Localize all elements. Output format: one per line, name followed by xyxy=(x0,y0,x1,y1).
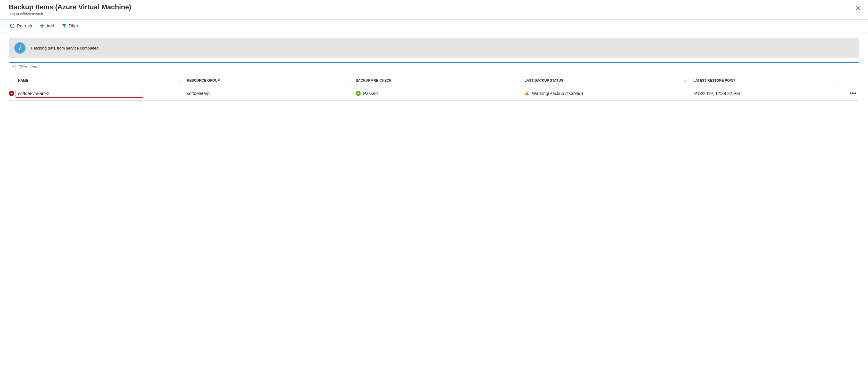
blade-header: Backup Items (Azure Virtual Machine) sog… xyxy=(0,0,868,20)
command-bar: Refresh Add Filter xyxy=(0,20,868,32)
sort-icon: ↑↓ xyxy=(684,79,686,82)
info-bar: i Fetching data from service completed. xyxy=(9,38,859,58)
backup-items-table: NAME ↑↓ RESOURCE GROUP ↑↓ BACKUP PRE-CHE… xyxy=(9,74,859,101)
search-icon xyxy=(12,65,17,69)
info-message: Fetching data from service completed. xyxy=(31,46,100,51)
filter-button[interactable]: Filter xyxy=(60,22,80,30)
svg-point-0 xyxy=(12,65,15,68)
warning-icon xyxy=(525,91,529,96)
sort-icon: ↑↓ xyxy=(177,79,179,82)
table-row[interactable]: softdel-vm-am-2 softdeleterg Passed Warn… xyxy=(9,86,859,101)
refresh-icon xyxy=(10,23,15,28)
column-last-backup-status[interactable]: LAST BACKUP STATUS ↑↓ xyxy=(525,79,693,82)
cell-status: Warning(Backup disabled) xyxy=(525,91,693,96)
close-button[interactable] xyxy=(854,4,862,12)
sort-icon: ↑↓ xyxy=(346,79,348,82)
check-icon xyxy=(356,91,361,96)
column-name[interactable]: NAME ↑↓ xyxy=(18,79,187,82)
cell-restore-point: 8/13/2019, 12:39:32 PM xyxy=(693,91,847,96)
table-header: NAME ↑↓ RESOURCE GROUP ↑↓ BACKUP PRE-CHE… xyxy=(9,74,859,86)
add-button[interactable]: Add xyxy=(38,22,56,30)
search-input[interactable] xyxy=(17,64,856,70)
svg-rect-1 xyxy=(10,93,12,94)
filter-icon xyxy=(62,23,67,28)
sort-icon: ↑↓ xyxy=(837,79,839,82)
blade-title: Backup Items (Azure Virtual Machine) xyxy=(9,3,859,11)
info-icon: i xyxy=(14,42,26,54)
cell-resource-group: softdeleterg xyxy=(187,91,356,96)
cell-precheck: Passed xyxy=(356,91,525,96)
column-latest-restore-point[interactable]: LATEST RESTORE POINT ↑↓ xyxy=(693,79,847,82)
cell-name[interactable]: softdel-vm-am-2 xyxy=(18,91,187,96)
more-button[interactable]: ••• xyxy=(847,90,859,97)
refresh-label: Refresh xyxy=(17,23,32,28)
close-icon xyxy=(856,6,861,10)
blade-subtitle: sogupsoftdeletevault xyxy=(9,12,859,16)
refresh-button[interactable]: Refresh xyxy=(9,22,33,30)
filter-label: Filter xyxy=(68,23,78,28)
ellipsis-icon: ••• xyxy=(849,90,857,96)
search-box[interactable] xyxy=(9,62,859,71)
add-label: Add xyxy=(46,23,54,28)
column-resource-group[interactable]: RESOURCE GROUP ↑↓ xyxy=(187,79,356,82)
stop-icon xyxy=(9,91,14,96)
column-backup-precheck[interactable]: BACKUP PRE-CHECK xyxy=(356,79,525,82)
plus-icon xyxy=(39,23,44,28)
